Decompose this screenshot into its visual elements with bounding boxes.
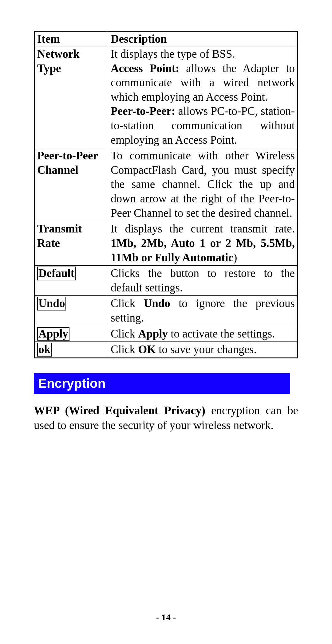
table-row: Undo Click Undo to ignore the previous s… (34, 296, 298, 326)
header-item: Item (34, 31, 108, 46)
desc-apply: Click Apply to activate the settings. (108, 326, 298, 342)
desc-transmit-rate: It displays the current transmit rate. 1… (108, 221, 298, 266)
encryption-paragraph: WEP (Wired Equivalent Privacy) encryptio… (34, 403, 298, 433)
table-row: ok Click OK to save your changes. (34, 342, 298, 358)
item-default: Default (34, 266, 108, 296)
item-undo: Undo (34, 296, 108, 326)
table-row: Apply Click Apply to activate the settin… (34, 326, 298, 342)
item-apply: Apply (34, 326, 108, 342)
table-row: Transmit Rate It displays the current tr… (34, 221, 298, 266)
settings-table: Item Description Network Type It display… (34, 31, 298, 358)
item-peer-channel: Peer-to-Peer Channel (34, 148, 108, 221)
desc-default: Clicks the button to restore to the defa… (108, 266, 298, 296)
page-number: - 14 - (0, 612, 332, 623)
desc-undo: Click Undo to ignore the previous settin… (108, 296, 298, 326)
item-ok: ok (34, 342, 108, 358)
item-transmit-rate: Transmit Rate (34, 221, 108, 266)
table-row: Default Clicks the button to restore to … (34, 266, 298, 296)
section-title-encryption: Encryption (34, 373, 290, 394)
header-description: Description (108, 31, 298, 46)
desc-network-type: It displays the type of BSS. Access Poin… (108, 46, 298, 148)
desc-ok: Click OK to save your changes. (108, 342, 298, 358)
table-row: Network Type It displays the type of BSS… (34, 46, 298, 148)
table-row: Peer-to-Peer Channel To communicate with… (34, 148, 298, 221)
desc-peer-channel: To communicate with other Wireless Compa… (108, 148, 298, 221)
item-network-type: Network Type (34, 46, 108, 148)
